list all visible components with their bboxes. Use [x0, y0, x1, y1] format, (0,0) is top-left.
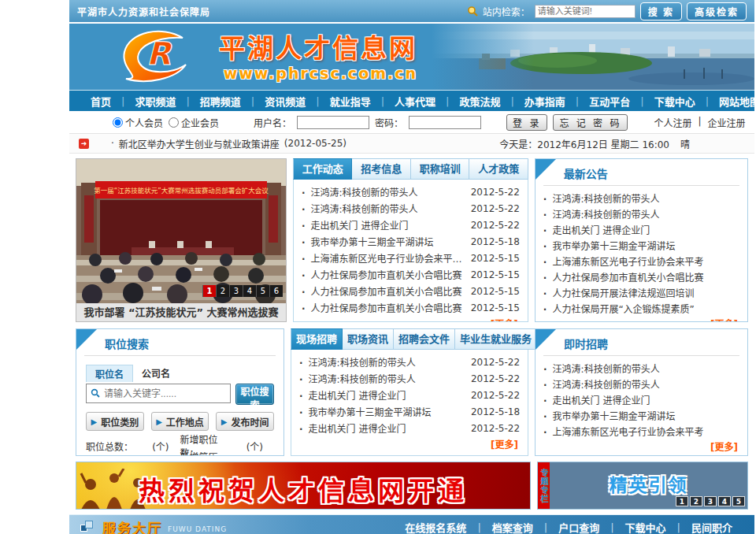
news-title[interactable]: 人力社保局参加市直机关小合唱比赛	[302, 284, 465, 298]
member-company-radio[interactable]: 企业会员	[169, 116, 219, 129]
filter-work-location[interactable]: ▶工作地点	[151, 412, 209, 431]
notice-item-title[interactable]: 走出机关门 进得企业门	[543, 223, 739, 236]
recruit-more-link[interactable]: [更多]	[299, 436, 520, 451]
slide-page-2[interactable]: 2	[216, 285, 229, 297]
tab-jobfair-files[interactable]: 招聘会文件	[394, 328, 455, 350]
notice-item-title[interactable]: 上海浦东新区光电子行业协会来平考	[543, 254, 739, 268]
register-personal-link[interactable]: 个人注册	[654, 116, 691, 129]
notice-item-title[interactable]: 汪鸿涛:科技创新的带头人	[543, 207, 739, 221]
tab-graduate-service[interactable]: 毕业生就业服务	[455, 328, 537, 350]
link-archive-query[interactable]: 档案查询	[481, 520, 544, 534]
news-title[interactable]: 汪鸿涛:科技创新的带头人	[299, 355, 465, 369]
notice-item[interactable]: 我市举办第十三期金平湖讲坛	[543, 407, 739, 423]
work-news-more-link[interactable]: [更多]	[302, 316, 520, 322]
tab-talent-policy[interactable]: 人才政策	[469, 158, 528, 180]
news-title[interactable]: 人力社保局参加市直机关小合唱比赛	[302, 268, 465, 281]
ticker-news-link[interactable]: 新北区举办大学生创业与就业政策讲座	[119, 137, 280, 150]
username-field[interactable]	[297, 116, 369, 129]
nav-item-home[interactable]: 首页	[80, 94, 121, 109]
keyword-input[interactable]	[104, 388, 226, 399]
nav-item-jobseeker[interactable]: 求职频道	[124, 94, 186, 109]
notice-item-title[interactable]: 上海浦东新区光电子行业协会来平考	[543, 425, 739, 438]
notice-item[interactable]: 汪鸿涛:科技创新的带头人	[543, 376, 739, 391]
slide-page-4[interactable]: 4	[243, 285, 256, 297]
radio-personal[interactable]	[113, 117, 123, 128]
nav-item-download[interactable]: 下载中心	[644, 94, 706, 109]
nav-item-news[interactable]: 资讯频道	[254, 94, 316, 109]
news-item[interactable]: 人力社保局参加市直机关小合唱比赛2012-5-15	[302, 299, 520, 316]
tab-company-name[interactable]: 公司名	[133, 365, 179, 382]
notice-item[interactable]: 汪鸿涛:科技创新的带头人	[543, 206, 739, 221]
news-item[interactable]: 我市举办第十三期金平湖讲坛2012-5-18	[302, 233, 520, 250]
notice-more-link[interactable]: [更多]	[543, 316, 739, 322]
banner-page-5[interactable]: 5	[732, 496, 745, 506]
news-item[interactable]: 汪鸿涛:科技创新的带头人2012-5-22	[299, 370, 520, 387]
site-search-input[interactable]	[535, 5, 636, 18]
nav-item-service-guide[interactable]: 办事指南	[514, 94, 576, 109]
job-search-button[interactable]: 职位搜索	[235, 384, 274, 405]
link-hukou-query[interactable]: 户口查询	[547, 520, 610, 534]
news-item[interactable]: 汪鸿涛:科技创新的带头人2012-5-22	[299, 354, 520, 370]
filter-job-category[interactable]: ▶职位类别	[86, 412, 144, 431]
banner-page-1[interactable]: 1	[676, 496, 688, 506]
register-company-link[interactable]: 企业注册	[707, 116, 745, 129]
notice-item-title[interactable]: 我市举办第十三期金平湖讲坛	[543, 239, 739, 252]
nav-item-recruit[interactable]: 招聘频道	[190, 94, 251, 109]
notice-item[interactable]: 汪鸿涛:科技创新的带头人	[543, 190, 739, 206]
tab-career-news[interactable]: 职场资讯	[343, 328, 394, 350]
banner-page-3[interactable]: 3	[704, 496, 717, 506]
notice-item-title[interactable]: 走出机关门 进得企业门	[543, 393, 739, 406]
slide-page-3[interactable]: 3	[229, 285, 243, 297]
news-item[interactable]: 走出机关门 进得企业门2012-5-22	[299, 420, 520, 436]
slide-page-1[interactable]: 1	[202, 285, 216, 297]
news-title[interactable]: 人力社保局参加市直机关小合唱比赛	[302, 301, 465, 314]
news-title[interactable]: 汪鸿涛:科技创新的带头人	[299, 372, 465, 385]
news-item[interactable]: 走出机关门 进得企业门2012-5-22	[299, 387, 520, 403]
notice-item-title[interactable]: 我市举办第十三期金平湖讲坛	[543, 409, 739, 422]
notice-item-title[interactable]: 汪鸿涛:科技创新的带头人	[543, 377, 739, 391]
advanced-search-button[interactable]: 高级检索	[687, 2, 747, 20]
notice-item-title[interactable]: 人力社保局开展法律法规巡回培训	[543, 286, 739, 299]
notice-item-title[interactable]: 人力社保局参加市直机关小合唱比赛	[543, 270, 739, 284]
nav-item-interactive[interactable]: 互动平台	[579, 94, 640, 109]
tab-work-dynamics[interactable]: 工作动态	[293, 158, 352, 180]
notice-item[interactable]: 人力社保局开展法律法规巡回培训	[543, 284, 739, 300]
news-title[interactable]: 我市举办第十三期金平湖讲坛	[302, 235, 465, 248]
news-title[interactable]: 走出机关门 进得企业门	[299, 388, 465, 402]
news-item[interactable]: 我市举办第十三期金平湖讲坛2012-5-18	[299, 403, 520, 420]
notice-item[interactable]: 走出机关门 进得企业门	[543, 391, 739, 407]
nav-item-guidance[interactable]: 就业指导	[320, 94, 381, 109]
news-title[interactable]: 我市举办第十三期金平湖讲坛	[299, 405, 465, 418]
banner-page-4[interactable]: 4	[718, 496, 731, 506]
banner-page-2[interactable]: 2	[690, 496, 702, 506]
celebration-banner[interactable]: 热烈祝贺人才信息网开通	[76, 462, 531, 510]
instant-more-link[interactable]: [更多]	[543, 439, 739, 453]
notice-item[interactable]: 我市举办第十三期金平湖讲坛	[543, 237, 739, 253]
notice-item[interactable]: 汪鸿涛:科技创新的带头人	[543, 360, 739, 376]
notice-item[interactable]: 上海浦东新区光电子行业协会来平考	[543, 423, 739, 439]
news-title[interactable]: 汪鸿涛:科技创新的带头人	[302, 185, 465, 198]
news-title[interactable]: 走出机关门 进得企业门	[299, 421, 465, 435]
nav-item-policy[interactable]: 政策法规	[449, 94, 510, 109]
news-item[interactable]: 汪鸿涛:科技创新的带头人2012-5-22	[302, 200, 520, 217]
news-item[interactable]: 走出机关门 进得企业门2012-5-22	[302, 217, 520, 233]
nav-item-sitemap[interactable]: 网站地图	[709, 94, 756, 109]
password-field[interactable]	[409, 116, 481, 129]
member-personal-radio[interactable]: 个人会员	[113, 116, 163, 129]
notice-item-title[interactable]: 人力社保局开展“入企锻炼提素质”	[543, 302, 739, 315]
notice-item[interactable]: 走出机关门 进得企业门	[543, 221, 739, 237]
news-item[interactable]: 人力社保局参加市直机关小合唱比赛2012-5-15	[302, 283, 520, 299]
logo-block[interactable]: R 平湖人才信息网 www.phrcsc.com.cn	[115, 27, 417, 88]
news-item[interactable]: 汪鸿涛:科技创新的带头人2012-5-22	[302, 184, 520, 200]
slide-page-6[interactable]: 6	[269, 285, 283, 297]
news-title[interactable]: 走出机关门 进得企业门	[302, 218, 465, 232]
tab-exam-info[interactable]: 招考信息	[352, 158, 410, 180]
photo-slideshow[interactable]: 第一届“江苏技能状元”大赛常州选拔赛动员部署会扩大会议 1 2 3 4 5	[76, 158, 287, 322]
notice-item-title[interactable]: 汪鸿涛:科技创新的带头人	[543, 362, 739, 375]
tab-onsite-recruit[interactable]: 现场招聘	[291, 328, 343, 350]
radio-company[interactable]	[169, 117, 179, 128]
special-topic-banner[interactable]: 专题专栏 精英引领 1 2 3 4 5	[537, 462, 748, 510]
slide-page-5[interactable]: 5	[256, 285, 269, 297]
link-download-center[interactable]: 下载中心	[614, 520, 677, 534]
news-item[interactable]: 上海浦东新区光电子行业协会来平考察2012-5-15	[302, 250, 520, 266]
